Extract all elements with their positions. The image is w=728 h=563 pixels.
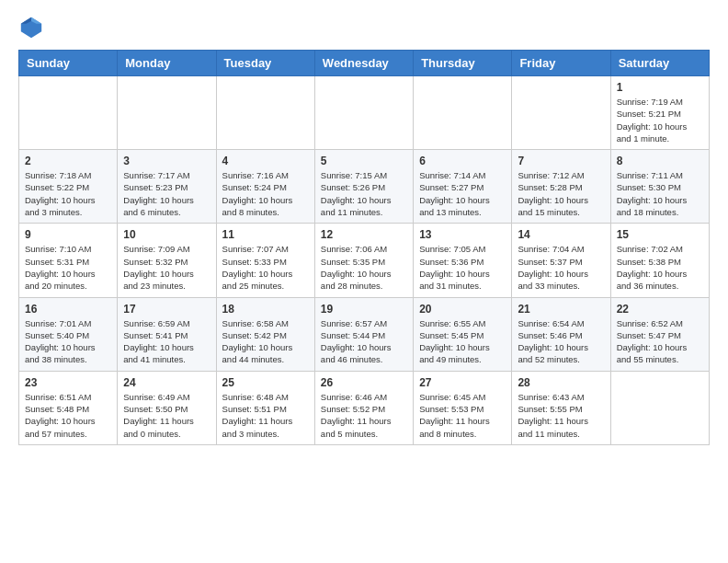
- calendar-cell: 11Sunrise: 7:07 AM Sunset: 5:33 PM Dayli…: [216, 224, 314, 297]
- calendar-cell: [512, 76, 610, 150]
- day-info: Sunrise: 6:45 AM Sunset: 5:53 PM Dayligh…: [419, 391, 506, 440]
- day-info: Sunrise: 7:04 AM Sunset: 5:37 PM Dayligh…: [518, 243, 604, 292]
- logo-icon: [18, 15, 44, 40]
- calendar-cell: 27Sunrise: 6:45 AM Sunset: 5:53 PM Dayli…: [414, 371, 512, 444]
- day-info: Sunrise: 7:16 AM Sunset: 5:24 PM Dayligh…: [222, 169, 309, 218]
- calendar-week-row: 9Sunrise: 7:10 AM Sunset: 5:31 PM Daylig…: [19, 224, 710, 297]
- day-info: Sunrise: 6:55 AM Sunset: 5:45 PM Dayligh…: [419, 317, 506, 366]
- day-info: Sunrise: 7:12 AM Sunset: 5:28 PM Dayligh…: [518, 169, 604, 218]
- calendar-cell: 22Sunrise: 6:52 AM Sunset: 5:47 PM Dayli…: [610, 297, 709, 371]
- calendar-cell: 7Sunrise: 7:12 AM Sunset: 5:28 PM Daylig…: [512, 150, 610, 224]
- logo: [18, 15, 48, 40]
- day-info: Sunrise: 6:46 AM Sunset: 5:52 PM Dayligh…: [321, 391, 407, 440]
- calendar-cell: 18Sunrise: 6:58 AM Sunset: 5:42 PM Dayli…: [216, 297, 314, 371]
- day-number: 10: [123, 228, 210, 241]
- day-info: Sunrise: 7:19 AM Sunset: 5:21 PM Dayligh…: [617, 96, 703, 144]
- day-number: 12: [321, 228, 407, 241]
- day-number: 6: [419, 155, 506, 167]
- weekday-header-monday: Monday: [118, 51, 216, 76]
- day-info: Sunrise: 6:57 AM Sunset: 5:44 PM Dayligh…: [321, 317, 407, 366]
- calendar-week-row: 23Sunrise: 6:51 AM Sunset: 5:48 PM Dayli…: [19, 371, 710, 444]
- day-number: 16: [25, 303, 111, 316]
- day-number: 17: [123, 303, 210, 316]
- day-info: Sunrise: 7:06 AM Sunset: 5:35 PM Dayligh…: [321, 243, 407, 292]
- day-info: Sunrise: 7:11 AM Sunset: 5:30 PM Dayligh…: [617, 169, 703, 218]
- day-number: 28: [518, 376, 604, 389]
- day-number: 11: [222, 228, 309, 241]
- calendar-cell: 2Sunrise: 7:18 AM Sunset: 5:22 PM Daylig…: [19, 150, 118, 224]
- calendar-cell: 1Sunrise: 7:19 AM Sunset: 5:21 PM Daylig…: [610, 76, 709, 150]
- calendar-week-row: 1Sunrise: 7:19 AM Sunset: 5:21 PM Daylig…: [19, 76, 710, 150]
- calendar-cell: [216, 76, 314, 150]
- day-info: Sunrise: 7:14 AM Sunset: 5:27 PM Dayligh…: [419, 169, 506, 218]
- calendar-cell: 5Sunrise: 7:15 AM Sunset: 5:26 PM Daylig…: [314, 150, 413, 224]
- calendar-cell: 16Sunrise: 7:01 AM Sunset: 5:40 PM Dayli…: [19, 297, 118, 371]
- calendar-cell: 15Sunrise: 7:02 AM Sunset: 5:38 PM Dayli…: [610, 224, 709, 297]
- page: SundayMondayTuesdayWednesdayThursdayFrid…: [0, 0, 728, 464]
- day-info: Sunrise: 6:59 AM Sunset: 5:41 PM Dayligh…: [123, 317, 210, 366]
- header: [18, 15, 710, 40]
- calendar-cell: 8Sunrise: 7:11 AM Sunset: 5:30 PM Daylig…: [610, 150, 709, 224]
- calendar-cell: 26Sunrise: 6:46 AM Sunset: 5:52 PM Dayli…: [314, 371, 413, 444]
- calendar-cell: 13Sunrise: 7:05 AM Sunset: 5:36 PM Dayli…: [414, 224, 512, 297]
- day-number: 23: [25, 376, 111, 389]
- calendar-cell: 20Sunrise: 6:55 AM Sunset: 5:45 PM Dayli…: [414, 297, 512, 371]
- day-number: 7: [518, 155, 604, 167]
- calendar-cell: 28Sunrise: 6:43 AM Sunset: 5:55 PM Dayli…: [512, 371, 610, 444]
- day-number: 1: [617, 81, 703, 94]
- day-info: Sunrise: 6:43 AM Sunset: 5:55 PM Dayligh…: [518, 391, 604, 440]
- day-info: Sunrise: 7:01 AM Sunset: 5:40 PM Dayligh…: [25, 317, 111, 366]
- day-number: 2: [25, 155, 111, 167]
- calendar-cell: 4Sunrise: 7:16 AM Sunset: 5:24 PM Daylig…: [216, 150, 314, 224]
- day-number: 13: [419, 228, 506, 241]
- day-number: 27: [419, 376, 506, 389]
- day-number: 24: [123, 376, 210, 389]
- day-info: Sunrise: 7:09 AM Sunset: 5:32 PM Dayligh…: [123, 243, 210, 292]
- calendar-cell: 9Sunrise: 7:10 AM Sunset: 5:31 PM Daylig…: [19, 224, 118, 297]
- day-number: 26: [321, 376, 407, 389]
- day-info: Sunrise: 6:58 AM Sunset: 5:42 PM Dayligh…: [222, 317, 309, 366]
- day-info: Sunrise: 7:17 AM Sunset: 5:23 PM Dayligh…: [123, 169, 210, 218]
- day-number: 19: [321, 303, 407, 316]
- day-number: 14: [518, 228, 604, 241]
- day-number: 20: [419, 303, 506, 316]
- day-info: Sunrise: 7:15 AM Sunset: 5:26 PM Dayligh…: [321, 169, 407, 218]
- day-info: Sunrise: 7:10 AM Sunset: 5:31 PM Dayligh…: [25, 243, 111, 292]
- calendar-cell: 6Sunrise: 7:14 AM Sunset: 5:27 PM Daylig…: [414, 150, 512, 224]
- weekday-header-saturday: Saturday: [610, 51, 709, 76]
- weekday-header-wednesday: Wednesday: [314, 51, 413, 76]
- day-number: 21: [518, 303, 604, 316]
- calendar-cell: 3Sunrise: 7:17 AM Sunset: 5:23 PM Daylig…: [118, 150, 216, 224]
- day-number: 25: [222, 376, 309, 389]
- day-info: Sunrise: 7:18 AM Sunset: 5:22 PM Dayligh…: [25, 169, 111, 218]
- day-number: 8: [617, 155, 703, 167]
- day-info: Sunrise: 6:54 AM Sunset: 5:46 PM Dayligh…: [518, 317, 604, 366]
- calendar-cell: 17Sunrise: 6:59 AM Sunset: 5:41 PM Dayli…: [118, 297, 216, 371]
- calendar-cell: 21Sunrise: 6:54 AM Sunset: 5:46 PM Dayli…: [512, 297, 610, 371]
- day-info: Sunrise: 6:52 AM Sunset: 5:47 PM Dayligh…: [617, 317, 703, 366]
- day-number: 4: [222, 155, 309, 167]
- calendar-cell: 10Sunrise: 7:09 AM Sunset: 5:32 PM Dayli…: [118, 224, 216, 297]
- day-number: 9: [25, 228, 111, 241]
- calendar-cell: 12Sunrise: 7:06 AM Sunset: 5:35 PM Dayli…: [314, 224, 413, 297]
- day-info: Sunrise: 7:05 AM Sunset: 5:36 PM Dayligh…: [419, 243, 506, 292]
- day-number: 15: [617, 228, 703, 241]
- weekday-header-thursday: Thursday: [414, 51, 512, 76]
- calendar-cell: [19, 76, 118, 150]
- calendar-cell: 24Sunrise: 6:49 AM Sunset: 5:50 PM Dayli…: [118, 371, 216, 444]
- weekday-header-tuesday: Tuesday: [216, 51, 314, 76]
- weekday-header-friday: Friday: [512, 51, 610, 76]
- calendar-cell: [610, 371, 709, 444]
- day-info: Sunrise: 7:02 AM Sunset: 5:38 PM Dayligh…: [617, 243, 703, 292]
- weekday-header-row: SundayMondayTuesdayWednesdayThursdayFrid…: [19, 51, 710, 76]
- weekday-header-sunday: Sunday: [19, 51, 118, 76]
- calendar-cell: 25Sunrise: 6:48 AM Sunset: 5:51 PM Dayli…: [216, 371, 314, 444]
- day-number: 18: [222, 303, 309, 316]
- day-number: 22: [617, 303, 703, 316]
- calendar-cell: 14Sunrise: 7:04 AM Sunset: 5:37 PM Dayli…: [512, 224, 610, 297]
- calendar-table: SundayMondayTuesdayWednesdayThursdayFrid…: [18, 50, 710, 445]
- calendar-cell: 19Sunrise: 6:57 AM Sunset: 5:44 PM Dayli…: [314, 297, 413, 371]
- calendar-week-row: 2Sunrise: 7:18 AM Sunset: 5:22 PM Daylig…: [19, 150, 710, 224]
- day-info: Sunrise: 6:48 AM Sunset: 5:51 PM Dayligh…: [222, 391, 309, 440]
- day-info: Sunrise: 7:07 AM Sunset: 5:33 PM Dayligh…: [222, 243, 309, 292]
